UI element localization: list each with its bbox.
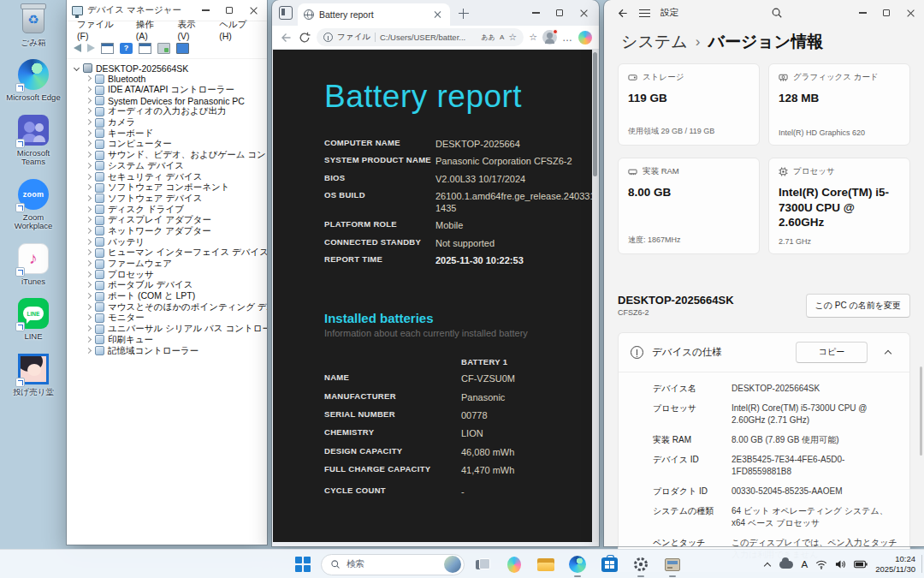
tree-item[interactable]: モニター: [84, 313, 267, 324]
menu-item[interactable]: ファイル(F): [70, 17, 129, 43]
tree-item[interactable]: カメラ: [84, 117, 267, 128]
expand-chevron-icon[interactable]: [84, 226, 94, 236]
desktop-icon-zoom[interactable]: zoom Zoom Workplace: [4, 178, 62, 231]
site-info-icon[interactable]: [323, 33, 333, 42]
task-view-button[interactable]: [469, 551, 496, 577]
expand-chevron-icon[interactable]: [84, 237, 94, 247]
tray-overflow-chevron-icon[interactable]: [764, 561, 772, 569]
edge-button[interactable]: [564, 551, 591, 577]
navigation-menu-icon[interactable]: [639, 9, 650, 17]
taskbar-clock[interactable]: 10:24 2025/11/30: [875, 554, 919, 575]
back-icon[interactable]: [616, 7, 629, 20]
tree-item[interactable]: ファームウェア: [84, 259, 267, 270]
collapse-chevron-icon[interactable]: [72, 63, 82, 74]
settings-titlebar[interactable]: 設定: [604, 0, 924, 26]
tree-item[interactable]: オーディオの入力および出力: [84, 106, 267, 117]
browser-menu-icon[interactable]: …: [562, 32, 573, 44]
scrollbar-thumb[interactable]: [593, 52, 597, 176]
address-bar[interactable]: ファイル C:/Users/USER/batter... ああ A ☆: [317, 28, 524, 46]
expand-chevron-icon[interactable]: [84, 96, 94, 106]
battery-icon[interactable]: [854, 560, 868, 569]
tree-item[interactable]: システム デバイス: [84, 161, 267, 172]
expand-chevron-icon[interactable]: [84, 194, 94, 204]
ime-indicator[interactable]: A: [801, 559, 808, 569]
taskbar-search-box[interactable]: 検索: [321, 554, 465, 575]
copy-button[interactable]: コピー: [796, 342, 868, 363]
desktop-icon-edge[interactable]: Microsoft Edge: [4, 58, 62, 102]
close-button[interactable]: [898, 3, 922, 22]
expand-chevron-icon[interactable]: [84, 302, 94, 313]
speaker-icon[interactable]: [835, 559, 846, 569]
collapse-chevron-icon[interactable]: [885, 349, 892, 356]
expand-chevron-icon[interactable]: [84, 106, 94, 116]
page-scrollbar[interactable]: [592, 50, 598, 542]
favorites-bar-icon[interactable]: ☆: [529, 33, 537, 42]
properties-window-icon[interactable]: [139, 43, 151, 54]
tree-item[interactable]: Bluetooth: [84, 74, 267, 85]
favorite-star-icon[interactable]: ☆: [508, 33, 517, 42]
tree-item[interactable]: プロセッサ: [84, 269, 267, 280]
expand-chevron-icon[interactable]: [84, 182, 94, 193]
expand-chevron-icon[interactable]: [84, 324, 94, 334]
tree-item[interactable]: ヒューマン インターフェイス デバイス: [84, 247, 267, 259]
console-window-icon[interactable]: [101, 43, 114, 54]
desktop-icon-itunes[interactable]: ♪ iTunes: [4, 242, 62, 286]
expand-chevron-icon[interactable]: [84, 85, 94, 95]
expand-chevron-icon[interactable]: [84, 215, 94, 225]
tree-item[interactable]: System Devices for Panasonic PC: [84, 95, 267, 106]
back-icon[interactable]: [279, 31, 293, 45]
minimize-button[interactable]: [524, 3, 548, 22]
copilot-button[interactable]: [500, 551, 528, 577]
menu-item[interactable]: 表示(V): [170, 17, 212, 43]
expand-chevron-icon[interactable]: [84, 74, 94, 84]
expand-chevron-icon[interactable]: [84, 139, 94, 149]
expand-chevron-icon[interactable]: [84, 205, 94, 215]
expand-chevron-icon[interactable]: [84, 247, 94, 258]
tree-item[interactable]: ディスプレイ アダプター: [84, 215, 267, 226]
maximize-button[interactable]: [548, 3, 572, 22]
expand-chevron-icon[interactable]: [84, 259, 94, 269]
close-button[interactable]: [241, 1, 265, 20]
tree-item[interactable]: ポート (COM と LPT): [84, 291, 267, 302]
tree-item[interactable]: バッテリ: [84, 236, 267, 247]
forward-icon[interactable]: [87, 44, 95, 52]
tree-item[interactable]: マウスとそのほかのポインティング デバイス: [84, 301, 267, 313]
expand-chevron-icon[interactable]: [84, 161, 94, 171]
close-button[interactable]: [572, 3, 595, 22]
computer-icon[interactable]: [176, 43, 189, 54]
tree-item[interactable]: ソフトウェア デバイス: [84, 194, 267, 205]
back-icon[interactable]: [74, 44, 81, 52]
desktop-icon-teams[interactable]: Microsoft Teams: [4, 114, 62, 167]
tree-item[interactable]: IDE ATA/ATAPI コントローラー: [84, 85, 267, 96]
copilot-icon[interactable]: [578, 31, 592, 45]
expand-chevron-icon[interactable]: [84, 150, 94, 160]
profile-avatar[interactable]: [542, 30, 557, 45]
tree-item[interactable]: ディスク ドライブ: [84, 204, 267, 215]
breadcrumb-system[interactable]: システム: [621, 31, 688, 53]
search-highlight-image[interactable]: [444, 556, 461, 573]
expand-chevron-icon[interactable]: [84, 172, 94, 182]
settings-button[interactable]: [627, 551, 654, 577]
tree-item[interactable]: セキュリティ デバイス: [84, 171, 267, 182]
expand-chevron-icon[interactable]: [84, 291, 94, 301]
file-explorer-button[interactable]: [532, 551, 560, 577]
read-aloud-icon[interactable]: A: [500, 33, 504, 41]
tree-item[interactable]: キーボード: [84, 128, 267, 139]
device-specs-header[interactable]: デバイスの仕様 コピー: [619, 333, 909, 372]
help-icon[interactable]: [120, 43, 133, 54]
expand-chevron-icon[interactable]: [84, 346, 94, 356]
onedrive-cloud-icon[interactable]: [779, 561, 793, 569]
menu-item[interactable]: ヘルプ(H): [212, 17, 264, 43]
scan-hardware-icon[interactable]: [157, 43, 170, 54]
tree-item[interactable]: ソフトウェア コンポーネント: [84, 182, 267, 194]
tree-item[interactable]: サウンド、ビデオ、およびゲーム コントローラー: [84, 150, 267, 161]
tab-actions-icon[interactable]: [279, 6, 293, 20]
minimize-button[interactable]: [193, 1, 217, 20]
maximize-button[interactable]: [217, 1, 241, 20]
tree-root-node[interactable]: DESKTOP-2025664SK: [72, 63, 267, 74]
settings-scrollbar[interactable]: [920, 366, 922, 456]
tree-item[interactable]: ユニバーサル シリアル バス コントローラー: [84, 324, 267, 335]
tree-item[interactable]: ポータブル デバイス: [84, 280, 267, 291]
new-tab-button[interactable]: [457, 7, 471, 21]
tree-item[interactable]: ネットワーク アダプター: [84, 226, 267, 237]
